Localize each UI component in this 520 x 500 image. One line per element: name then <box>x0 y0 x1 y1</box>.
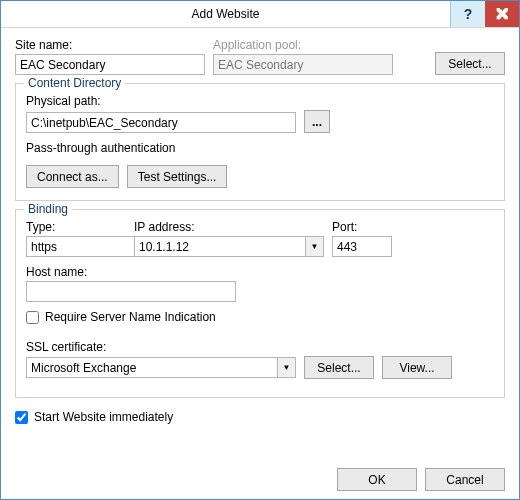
connect-as-button[interactable]: Connect as... <box>26 165 119 188</box>
app-pool-input <box>213 54 393 75</box>
help-button[interactable]: ? <box>450 1 485 27</box>
content-directory-legend: Content Directory <box>24 76 125 90</box>
ssl-cert-label: SSL certificate: <box>26 340 494 354</box>
dialog-buttons: OK Cancel <box>337 468 505 491</box>
content-directory-group: Content Directory Physical path: ... Pas… <box>15 83 505 201</box>
add-website-dialog: Add Website ? 🗙 Site name: Application p… <box>0 0 520 500</box>
site-name-input[interactable] <box>15 54 205 75</box>
window-title: Add Website <box>1 1 450 27</box>
host-name-label: Host name: <box>26 265 494 279</box>
ip-address-select[interactable]: ▼ <box>134 236 324 257</box>
ip-address-label: IP address: <box>134 220 324 234</box>
titlebar: Add Website ? 🗙 <box>1 1 519 28</box>
browse-path-button[interactable]: ... <box>304 110 330 133</box>
passthrough-label: Pass-through authentication <box>26 141 494 155</box>
ip-address-value[interactable] <box>134 236 305 257</box>
app-pool-select-button[interactable]: Select... <box>435 52 505 75</box>
chevron-down-icon[interactable]: ▼ <box>305 236 324 257</box>
app-pool-label: Application pool: <box>213 38 393 52</box>
site-row: Site name: Application pool: Select... <box>15 38 505 75</box>
test-settings-button[interactable]: Test Settings... <box>127 165 228 188</box>
ssl-select-button[interactable]: Select... <box>304 356 374 379</box>
site-name-label: Site name: <box>15 38 205 52</box>
window-buttons: ? 🗙 <box>450 1 519 27</box>
port-label: Port: <box>332 220 392 234</box>
binding-legend: Binding <box>24 202 72 216</box>
physical-path-label: Physical path: <box>26 94 494 108</box>
client-area: Site name: Application pool: Select... C… <box>1 28 519 436</box>
chevron-down-icon[interactable]: ▼ <box>277 357 296 378</box>
physical-path-input[interactable] <box>26 112 296 133</box>
host-name-input[interactable] <box>26 281 236 302</box>
type-select[interactable]: ▼ <box>26 236 126 257</box>
require-sni-label: Require Server Name Indication <box>45 310 216 324</box>
ssl-view-button[interactable]: View... <box>382 356 452 379</box>
cancel-button[interactable]: Cancel <box>425 468 505 491</box>
binding-group: Binding Type: ▼ IP address: ▼ <box>15 209 505 398</box>
start-immediately-label: Start Website immediately <box>34 410 173 424</box>
ssl-cert-value[interactable] <box>26 357 277 378</box>
close-button[interactable]: 🗙 <box>485 1 519 27</box>
port-input[interactable] <box>332 236 392 257</box>
ssl-cert-select[interactable]: ▼ <box>26 357 296 378</box>
ok-button[interactable]: OK <box>337 468 417 491</box>
start-immediately-checkbox[interactable] <box>15 411 28 424</box>
type-label: Type: <box>26 220 126 234</box>
require-sni-checkbox[interactable] <box>26 311 39 324</box>
